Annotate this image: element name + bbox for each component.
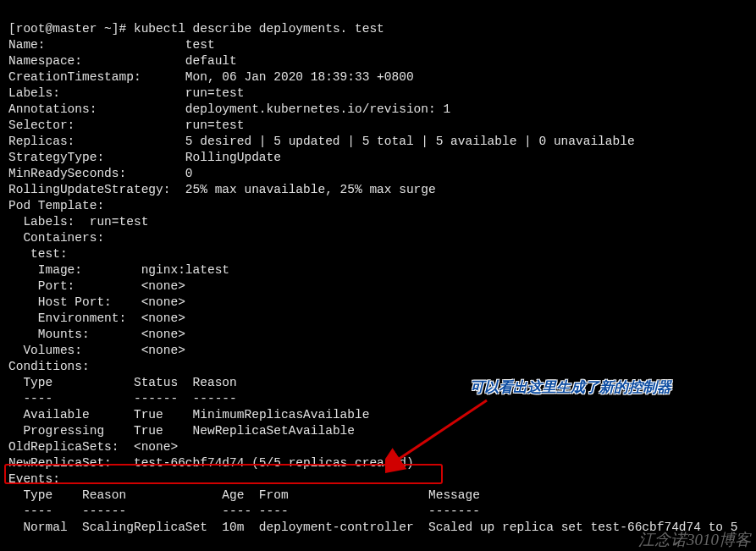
field-strategy-type: StrategyType: RollingUpdate — [8, 151, 281, 164]
field-replicas: Replicas: 5 desired | 5 updated | 5 tota… — [8, 135, 635, 148]
container-name: test: — [8, 247, 68, 261]
condition-row: Available True MinimumReplicasAvailable — [8, 408, 369, 422]
shell-prompt: [root@master ~]# kubectl describe deploy… — [8, 22, 384, 36]
new-replica-set: NewReplicaSet: test-66cbf74d74 (5/5 repl… — [8, 456, 414, 470]
conditions-separator: ---- ------ ------ — [8, 392, 237, 405]
terminal-output: [root@master ~]# kubectl describe deploy… — [0, 0, 756, 551]
field-selector: Selector: run=test — [8, 118, 244, 132]
container-environment: Environment: <none> — [8, 311, 185, 325]
conditions-columns: Type Status Reason — [8, 376, 237, 389]
event-row: Normal ScalingReplicaSet 10m deployment-… — [8, 521, 737, 534]
field-rolling-update-strategy: RollingUpdateStrategy: 25% max unavailab… — [8, 183, 436, 196]
field-labels: Labels: run=test — [8, 86, 244, 100]
field-creation-timestamp: CreationTimestamp: Mon, 06 Jan 2020 18:3… — [8, 70, 414, 84]
conditions-header: Conditions: — [8, 360, 90, 373]
field-min-ready-seconds: MinReadySeconds: 0 — [8, 167, 193, 180]
volumes: Volumes: <none> — [8, 344, 185, 357]
events-columns: Type Reason Age From Message — [8, 488, 480, 502]
container-image: Image: nginx:latest — [8, 263, 229, 277]
container-port: Port: <none> — [8, 279, 185, 293]
pod-template-header: Pod Template: — [8, 199, 104, 212]
events-header: Events: — [8, 472, 60, 486]
field-namespace: Namespace: default — [8, 54, 237, 68]
container-host-port: Host Port: <none> — [8, 295, 185, 309]
pod-template-labels: Labels: run=test — [8, 215, 148, 229]
container-mounts: Mounts: <none> — [8, 328, 185, 341]
events-separator: ---- ------ ---- ---- ------- — [8, 504, 480, 518]
field-name: Name: test — [8, 38, 215, 52]
containers-header: Containers: — [8, 231, 104, 245]
field-annotations: Annotations: deployment.kubernetes.io/re… — [8, 102, 450, 116]
condition-row: Progressing True NewReplicaSetAvailable — [8, 424, 355, 438]
old-replica-sets: OldReplicaSets: <none> — [8, 440, 178, 454]
